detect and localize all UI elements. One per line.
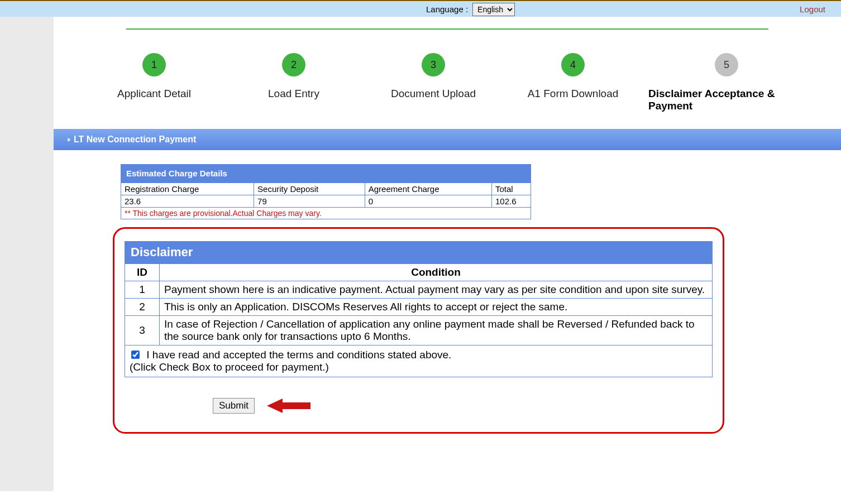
- disclaimer-row-id: 3: [125, 316, 160, 345]
- disclaimer-row-text: Payment shown here is an indicative paym…: [160, 281, 713, 299]
- disclaimer-table: ID Condition 1 Payment shown here is an …: [125, 263, 713, 377]
- accept-checkbox[interactable]: [131, 351, 140, 359]
- step-label-3: Document Upload: [364, 88, 503, 100]
- step-disclaimer-payment: 5 Disclaimer Acceptance & Payment: [643, 53, 810, 112]
- progress-stepper: 1 Applicant Detail 2 Load Entry 3 Docume…: [54, 17, 841, 129]
- step-circle-5: 5: [715, 53, 738, 76]
- charge-header-agreement: Agreement Charge: [365, 183, 491, 195]
- logout-link[interactable]: Logout: [800, 4, 825, 14]
- step-circle-3: 3: [422, 53, 445, 76]
- step-label-4: A1 Form Download: [503, 88, 643, 100]
- step-document-upload: 3 Document Upload: [364, 53, 503, 100]
- charge-value-security: 79: [254, 195, 365, 208]
- section-arrow-icon: ››: [67, 136, 69, 143]
- charge-note: ** This charges are provisional.Actual C…: [121, 208, 531, 219]
- red-arrow-icon: [267, 397, 310, 414]
- charge-header-row: Registration Charge Security Deposit Agr…: [121, 183, 531, 195]
- language-picker: Language : English: [426, 3, 515, 16]
- step-label-1: Applicant Detail: [84, 88, 224, 100]
- step-circle-1: 1: [142, 53, 166, 76]
- svg-marker-0: [267, 399, 310, 413]
- step-load-entry: 2 Load Entry: [224, 53, 364, 100]
- section-header: ›› LT New Connection Payment: [54, 129, 841, 150]
- accept-cell: I have read and accepted the terms and c…: [125, 345, 713, 377]
- charge-value-total: 102.6: [492, 195, 531, 208]
- charge-header-total: Total: [492, 183, 531, 195]
- left-gutter: [0, 17, 54, 491]
- submit-button[interactable]: Submit: [213, 398, 255, 414]
- disclaimer-title: Disclaimer: [125, 241, 713, 263]
- step-a1-form: 4 A1 Form Download: [503, 53, 643, 100]
- disclaimer-row-id: 2: [125, 299, 160, 316]
- disclaimer-row-text: In case of Rejection / Cancellation of a…: [160, 316, 713, 345]
- disclaimer-row-id: 1: [125, 281, 160, 299]
- disclaimer-panel: Disclaimer ID Condition 1 Payment shown …: [113, 227, 724, 434]
- charge-value-registration: 23.6: [121, 195, 254, 208]
- charge-header-security: Security Deposit: [254, 183, 365, 195]
- disclaimer-row: 2 This is only an Application. DISCOMs R…: [125, 299, 713, 316]
- accept-text: I have read and accepted the terms and c…: [146, 349, 451, 361]
- charge-value-agreement: 0: [365, 195, 491, 208]
- step-applicant-detail: 1 Applicant Detail: [84, 53, 224, 100]
- language-select[interactable]: English: [472, 3, 515, 16]
- step-label-5: Disclaimer Acceptance & Payment: [643, 88, 810, 112]
- charge-value-row: 23.6 79 0 102.6: [121, 195, 531, 208]
- charge-details-panel: Estimated Charge Details Registration Ch…: [121, 164, 531, 219]
- step-label-2: Load Entry: [224, 88, 364, 100]
- top-header: Language : English Logout: [0, 1, 841, 17]
- language-label: Language :: [426, 4, 468, 14]
- accept-hint: (Click Check Box to proceed for payment.…: [130, 361, 329, 373]
- charge-details-table: Registration Charge Security Deposit Agr…: [121, 183, 531, 219]
- step-circle-4: 4: [561, 53, 585, 76]
- disclaimer-row-text: This is only an Application. DISCOMs Res…: [160, 299, 713, 316]
- section-title: LT New Connection Payment: [74, 135, 196, 145]
- charge-header-registration: Registration Charge: [121, 183, 254, 195]
- disclaimer-col-condition: Condition: [160, 264, 713, 281]
- disclaimer-row: 3 In case of Rejection / Cancellation of…: [125, 316, 713, 345]
- charge-details-title: Estimated Charge Details: [121, 164, 531, 183]
- disclaimer-col-id: ID: [125, 264, 160, 281]
- disclaimer-row: 1 Payment shown here is an indicative pa…: [125, 281, 713, 299]
- step-circle-2: 2: [282, 53, 305, 76]
